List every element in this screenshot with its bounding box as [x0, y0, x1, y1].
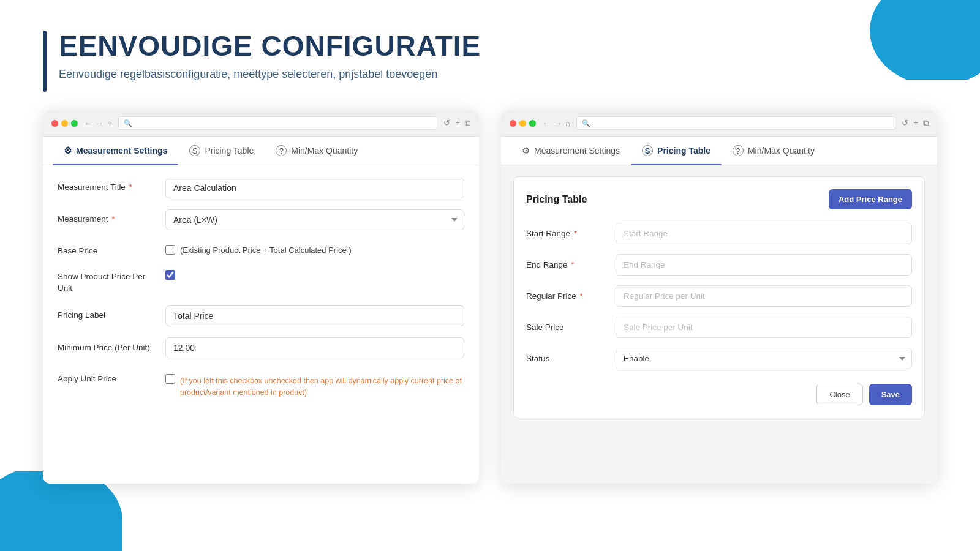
pricing-row-status: Status Enable Disable	[526, 348, 912, 369]
pricing-label-sale-price: Sale Price	[526, 323, 606, 332]
pricing-card-header: Pricing Table Add Price Range	[526, 189, 912, 209]
status-select[interactable]: Enable Disable	[616, 348, 912, 369]
regular-price-input[interactable]	[616, 285, 912, 307]
right-nav-forward[interactable]: →	[554, 119, 562, 128]
pricing-row-regular-price: Regular Price *	[526, 285, 912, 307]
gear-icon: ⚙	[64, 145, 72, 156]
right-browser-window: ← → ⌂ 🔍 ↺ + ⧉ ⚙ Measurement Settings	[501, 110, 937, 484]
control-measurement: Area (L×W) Length Width Volume	[165, 209, 464, 230]
end-range-input[interactable]	[616, 254, 912, 276]
form-row-minimum-price: Minimum Price (Per Unit)	[58, 337, 464, 358]
right-tab-pricing-label: Pricing Table	[657, 146, 710, 156]
control-minimum-price	[165, 337, 464, 358]
left-browser-nav: ← → ⌂	[84, 119, 112, 128]
new-tab-icon[interactable]: +	[455, 118, 460, 128]
pricing-label-start-range: Start Range *	[526, 229, 606, 238]
right-refresh-icon[interactable]: ↺	[902, 118, 908, 128]
label-show-product-price: Show Product Price Per Unit	[58, 266, 156, 294]
right-browser-search[interactable]: 🔍	[576, 116, 896, 130]
base-price-label: (Existing Product Price + Total Calculat…	[180, 246, 352, 255]
sale-price-input[interactable]	[616, 317, 912, 338]
dot-green[interactable]	[71, 120, 78, 127]
left-tab-minmax-label: Min/Max Quantity	[291, 146, 358, 156]
show-product-price-checkbox[interactable]	[165, 270, 175, 280]
right-tabs-row: ⚙ Measurement Settings S Pricing Table ?…	[501, 137, 937, 165]
dot-red[interactable]	[51, 120, 58, 127]
dot-yellow[interactable]	[61, 120, 68, 127]
pricing-content: Pricing Table Add Price Range Start Rang…	[501, 165, 937, 484]
right-tabs-icon[interactable]: ⧉	[923, 118, 929, 128]
start-range-input[interactable]	[616, 223, 912, 244]
right-browser-nav: ← → ⌂	[542, 119, 570, 128]
header-border	[43, 31, 47, 92]
right-dot-red[interactable]	[510, 120, 516, 127]
add-price-range-button[interactable]: Add Price Range	[829, 189, 912, 209]
measurement-select[interactable]: Area (L×W) Length Width Volume	[165, 209, 464, 230]
left-browser-search[interactable]: 🔍	[118, 116, 438, 130]
left-tab-minmax[interactable]: ? Min/Max Quantity	[265, 137, 369, 165]
pricing-row-start-range: Start Range *	[526, 223, 912, 244]
form-row-apply-unit-price: Apply Unit Price (If you left this check…	[58, 369, 464, 399]
pricing-label-input[interactable]	[165, 305, 464, 326]
right-browser-actions: ↺ + ⧉	[902, 118, 929, 128]
right-tab-minmax-label: Min/Max Quantity	[748, 146, 815, 156]
right-nav-home[interactable]: ⌂	[565, 119, 570, 128]
apply-unit-price-wrapper: (If you left this checkbox unchecked the…	[165, 369, 464, 399]
label-apply-unit-price: Apply Unit Price	[58, 369, 156, 383]
form-row-pricing-label: Pricing Label	[58, 305, 464, 326]
right-question-icon: ?	[733, 145, 744, 156]
right-dot-yellow[interactable]	[519, 120, 526, 127]
pricing-actions: Close Save	[526, 384, 912, 405]
control-measurement-title	[165, 178, 464, 198]
right-tab-measurement[interactable]: ⚙ Measurement Settings	[511, 137, 631, 165]
pricing-row-sale-price: Sale Price	[526, 317, 912, 338]
save-button[interactable]: Save	[869, 384, 912, 405]
left-tab-pricing-label: Pricing Table	[205, 146, 254, 156]
right-dot-green[interactable]	[529, 120, 536, 127]
minimum-price-input[interactable]	[165, 337, 464, 358]
right-nav-back[interactable]: ←	[542, 119, 550, 128]
left-tab-measurement[interactable]: ⚙ Measurement Settings	[53, 137, 178, 165]
apply-unit-price-note: (If you left this checkbox unchecked the…	[180, 373, 464, 399]
right-tab-measurement-label: Measurement Settings	[534, 146, 620, 156]
nav-home[interactable]: ⌂	[107, 119, 112, 128]
tabs-icon[interactable]: ⧉	[465, 118, 470, 128]
left-tab-pricing[interactable]: S Pricing Table	[178, 137, 265, 165]
close-button[interactable]: Close	[816, 384, 862, 405]
right-new-tab-icon[interactable]: +	[913, 118, 918, 128]
form-row-measurement: Measurement * Area (L×W) Length Width Vo…	[58, 209, 464, 230]
left-form-content: Measurement Title * Measurement *	[43, 165, 479, 421]
right-dollar-icon: S	[642, 145, 653, 156]
label-minimum-price: Minimum Price (Per Unit)	[58, 337, 156, 354]
refresh-icon[interactable]: ↺	[443, 118, 450, 128]
label-measurement: Measurement *	[58, 209, 156, 223]
form-row-show-product-price: Show Product Price Per Unit	[58, 266, 464, 294]
left-browser-dots	[51, 120, 78, 127]
right-search-icon: 🔍	[582, 119, 590, 127]
browsers-row: ← → ⌂ 🔍 ↺ + ⧉ ⚙ Measurement Settings	[43, 110, 937, 484]
apply-unit-price-checkbox[interactable]	[165, 374, 175, 384]
nav-back[interactable]: ←	[84, 119, 92, 128]
form-row-base-price: Base Price (Existing Product Price + Tot…	[58, 241, 464, 255]
dollar-icon: S	[189, 145, 200, 156]
left-tabs-row: ⚙ Measurement Settings S Pricing Table ?…	[43, 137, 479, 165]
left-tab-measurement-label: Measurement Settings	[76, 146, 167, 156]
base-price-checkbox[interactable]	[165, 245, 175, 255]
right-tab-pricing[interactable]: S Pricing Table	[631, 137, 722, 165]
question-icon: ?	[276, 145, 287, 156]
search-icon: 🔍	[124, 119, 132, 127]
measurement-title-input[interactable]	[165, 178, 464, 198]
pricing-card-title: Pricing Table	[526, 194, 587, 205]
page-title: EENVOUDIGE CONFIGURATIE	[59, 31, 481, 62]
pricing-row-end-range: End Range *	[526, 254, 912, 276]
pricing-label-end-range: End Range *	[526, 260, 606, 269]
pricing-label-regular-price: Regular Price *	[526, 291, 606, 301]
nav-forward[interactable]: →	[96, 119, 104, 128]
control-base-price: (Existing Product Price + Total Calculat…	[165, 241, 464, 255]
pricing-label-status: Status	[526, 354, 606, 363]
right-gear-icon: ⚙	[522, 145, 530, 156]
right-tab-minmax[interactable]: ? Min/Max Quantity	[722, 137, 826, 165]
required-star-2: *	[111, 214, 115, 223]
control-pricing-label	[165, 305, 464, 326]
left-browser-actions: ↺ + ⧉	[443, 118, 470, 128]
